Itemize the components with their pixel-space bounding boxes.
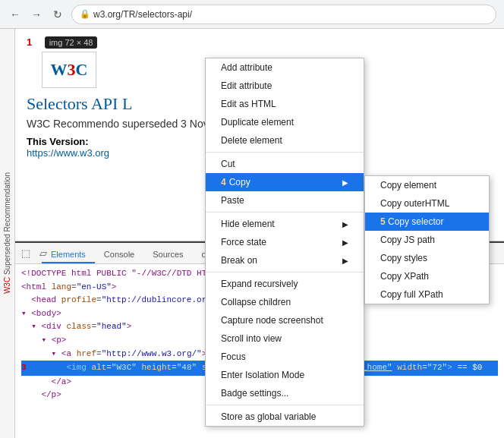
menu-force-state[interactable]: Force state ▶	[206, 233, 364, 251]
tab-console[interactable]: Console	[95, 247, 143, 263]
back-button[interactable]: ←	[8, 7, 23, 22]
menu-cut[interactable]: Cut	[206, 155, 364, 173]
menu-edit-attribute[interactable]: Edit attribute	[206, 77, 364, 95]
devtools-sidebar: W3C Superseded Recommendation	[0, 29, 15, 438]
menu-copy[interactable]: 4Copy ▶	[206, 173, 364, 191]
submenu-copy-outerhtml[interactable]: Copy outerHTML	[365, 194, 489, 213]
menu-isolation-mode[interactable]: Enter Isolation Mode	[206, 366, 364, 384]
submenu-copy-styles[interactable]: Copy styles	[365, 249, 489, 267]
devtools-icons: ⬚ ▱	[19, 246, 50, 260]
force-submenu-arrow: ▶	[342, 238, 348, 247]
tab-sources[interactable]: Sources	[143, 247, 192, 263]
divider-4	[206, 405, 364, 405]
menu-edit-as-html[interactable]: Edit as HTML	[206, 95, 364, 113]
address-bar[interactable]: 🔒 w3.org/TR/selectors-api/	[71, 5, 496, 24]
copy-submenu-arrow: ▶	[342, 178, 348, 187]
divider-1	[206, 152, 364, 153]
menu-duplicate-element[interactable]: Duplicate element	[206, 113, 364, 131]
copy-selector-num: 5	[380, 216, 386, 227]
menu-hide-element[interactable]: Hide element ▶	[206, 215, 364, 233]
break-submenu-arrow: ▶	[342, 257, 348, 265]
url-text: w3.org/TR/selectors-api/	[93, 9, 192, 20]
menu-focus[interactable]: Focus	[206, 348, 364, 366]
menu-store-global[interactable]: Store as global variable	[206, 408, 364, 426]
menu-scroll-into-view[interactable]: Scroll into view	[206, 329, 364, 348]
browser-chrome: ← → ↻ 🔒 w3.org/TR/selectors-api/	[0, 0, 504, 29]
divider-3	[206, 272, 364, 273]
submenu-copy-element[interactable]: Copy element	[365, 176, 489, 194]
reload-button[interactable]: ↻	[50, 7, 65, 22]
submenu-copy-selector[interactable]: 5 Copy selector	[365, 213, 489, 231]
menu-expand-recursively[interactable]: Expand recursively	[206, 275, 364, 293]
submenu-copy-full-xpath[interactable]: Copy full XPath	[365, 285, 489, 304]
sidebar-label: W3C Superseded Recommendation	[4, 172, 11, 294]
submenu-copy-xpath[interactable]: Copy XPath	[365, 267, 489, 285]
menu-badge-settings[interactable]: Badge settings...	[206, 384, 364, 402]
number-1: 1 img 72 × 48	[27, 36, 493, 52]
context-menu: Add attribute Edit attribute Edit as HTM…	[205, 58, 364, 427]
cursor-icon[interactable]: ⬚	[19, 246, 33, 260]
divider-2	[206, 212, 364, 213]
menu-delete-element[interactable]: Delete element	[206, 131, 364, 150]
menu-add-attribute[interactable]: Add attribute	[206, 58, 364, 77]
menu-capture-screenshot[interactable]: Capture node screenshot	[206, 311, 364, 329]
device-icon[interactable]: ▱	[36, 246, 50, 260]
main-area: 1 img 72 × 48 W3C Selectors API L W3C Re…	[15, 29, 504, 438]
menu-collapse-children[interactable]: Collapse children	[206, 293, 364, 311]
page-content: W3C Superseded Recommendation 1 img 72 ×…	[0, 29, 504, 438]
w3c-logo: W3C	[42, 52, 96, 88]
lock-icon: 🔒	[80, 9, 90, 19]
menu-paste[interactable]: Paste	[206, 191, 364, 210]
forward-button[interactable]: →	[29, 7, 44, 22]
menu-break-on[interactable]: Break on ▶	[206, 251, 364, 269]
w3c-text: W3C	[51, 60, 88, 80]
copy-num-badge: 4	[221, 177, 226, 187]
copy-submenu: Copy element Copy outerHTML 5 Copy selec…	[364, 175, 490, 304]
submenu-copy-js-path[interactable]: Copy JS path	[365, 231, 489, 249]
img-tooltip: img 72 × 48	[45, 36, 98, 49]
hide-submenu-arrow: ▶	[342, 220, 348, 228]
